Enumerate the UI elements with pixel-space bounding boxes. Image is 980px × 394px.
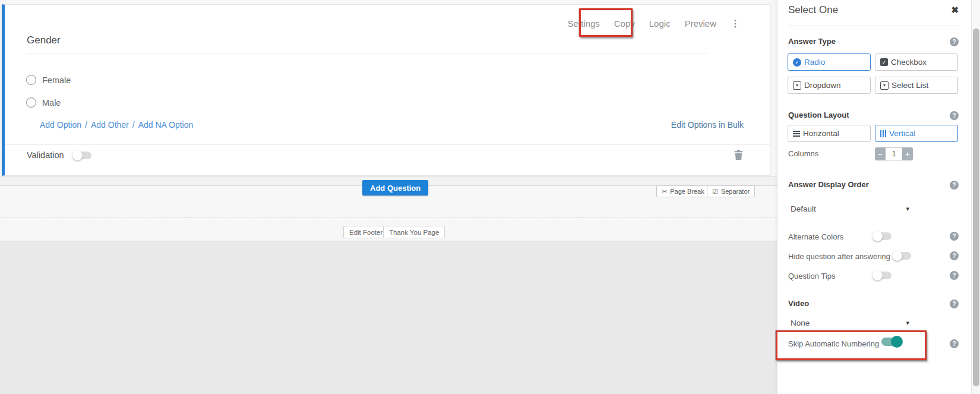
- radio-option-icon[interactable]: [26, 97, 36, 108]
- toggle-knob: [872, 231, 883, 241]
- card-section-divider: [5, 144, 770, 145]
- layout-option-label: Vertical: [889, 129, 915, 138]
- option-label[interactable]: Male: [42, 98, 61, 108]
- answer-type-option-label: Select List: [892, 81, 928, 90]
- question-title-divider: [27, 53, 707, 54]
- add-other-link[interactable]: Add Other: [91, 120, 129, 130]
- tab-settings[interactable]: Settings: [568, 18, 600, 29]
- help-icon[interactable]: ?: [950, 37, 959, 46]
- tab-logic[interactable]: Logic: [649, 18, 671, 29]
- panel-title: Select One: [788, 4, 838, 16]
- columns-increment-button[interactable]: +: [902, 147, 913, 160]
- option-label[interactable]: Female: [42, 75, 71, 85]
- validation-row: Validation: [27, 150, 91, 160]
- selected-value: None: [791, 319, 810, 327]
- horizontal-lines-icon: [793, 131, 800, 137]
- validation-toggle[interactable]: [74, 152, 91, 159]
- answer-option-row: Male: [26, 97, 61, 108]
- radio-check-icon: ✓: [793, 58, 801, 67]
- link-separator: /: [85, 120, 87, 130]
- layout-vertical[interactable]: Vertical: [875, 125, 958, 142]
- columns-decrement-button[interactable]: −: [875, 147, 886, 160]
- close-icon[interactable]: ✖: [951, 5, 959, 15]
- edit-options-in-bulk-link[interactable]: Edit Options in Bulk: [671, 120, 744, 130]
- question-settings-panel: Select One ✖ Answer Type ? ✓ Radio ✓ Che…: [777, 0, 972, 394]
- video-label: Video: [788, 299, 809, 308]
- panel-divider: [788, 26, 959, 26]
- separator-icon: ☑: [712, 188, 718, 196]
- vertical-scrollbar: [971, 0, 980, 394]
- edit-footer-button[interactable]: Edit Footer: [343, 226, 388, 238]
- columns-stepper: − +: [875, 147, 913, 160]
- toggle-knob: [872, 270, 883, 280]
- answer-type-options: ✓ Radio ✓ Checkbox ▾ Dropdown ▾ Select L…: [788, 53, 958, 94]
- alternate-colors-label: Alternate Colors: [788, 232, 843, 241]
- answer-type-checkbox[interactable]: ✓ Checkbox: [875, 53, 958, 71]
- vertical-bars-icon: [880, 130, 886, 137]
- add-option-link[interactable]: Add Option: [40, 120, 81, 130]
- help-icon[interactable]: ?: [950, 339, 959, 348]
- question-title[interactable]: Gender: [27, 34, 61, 46]
- columns-label: Columns: [788, 149, 818, 158]
- tab-preview[interactable]: Preview: [685, 18, 716, 29]
- answer-display-order-select[interactable]: Default ▾: [791, 204, 909, 213]
- option-links: Add Option / Add Other / Add NA Option: [40, 120, 193, 130]
- caret-down-icon: ▾: [906, 319, 909, 327]
- hide-question-toggle[interactable]: [893, 252, 911, 260]
- help-icon[interactable]: ?: [950, 111, 959, 120]
- video-select[interactable]: None ▾: [791, 319, 909, 327]
- caret-down-icon: ▾: [906, 205, 909, 213]
- columns-input[interactable]: [886, 147, 902, 160]
- separator-button[interactable]: ☑ Separator: [707, 185, 755, 197]
- skip-automatic-numbering-label: Skip Automatic Numbering: [788, 339, 879, 348]
- help-icon[interactable]: ?: [950, 271, 959, 280]
- answer-type-select-list[interactable]: ▾ Select List: [875, 77, 958, 94]
- link-separator: /: [132, 120, 135, 130]
- question-tips-label: Question Tips: [788, 272, 836, 280]
- checkbox-check-icon: ✓: [880, 58, 888, 66]
- thank-you-page-button[interactable]: Thank You Page: [383, 226, 445, 238]
- radio-option-icon[interactable]: [26, 75, 36, 85]
- answer-type-option-label: Dropdown: [804, 81, 841, 90]
- page-break-label: Page Break: [670, 188, 704, 195]
- validation-label: Validation: [27, 150, 64, 160]
- help-icon[interactable]: ?: [950, 181, 959, 190]
- select-list-box-icon: ▾: [880, 81, 889, 90]
- question-layout-label: Question Layout: [788, 111, 849, 119]
- more-options-icon[interactable]: ⋮: [731, 18, 740, 29]
- answer-option-row: Female: [26, 75, 71, 85]
- question-tips-toggle[interactable]: [874, 272, 892, 279]
- dropdown-box-icon: ▾: [793, 81, 801, 90]
- page-break-icon: ✂: [662, 188, 667, 196]
- selected-value: Default: [791, 204, 816, 213]
- toggle-knob: [892, 251, 902, 261]
- survey-builder-screen: Settings Copy Logic Preview ⋮ Gender Fem…: [0, 0, 980, 394]
- answer-type-option-label: Checkbox: [891, 58, 927, 67]
- alternate-colors-toggle[interactable]: [874, 232, 892, 240]
- page-break-button[interactable]: ✂ Page Break: [656, 185, 710, 197]
- layout-option-label: Horizontal: [803, 129, 839, 138]
- question-layout-options: Horizontal Vertical: [788, 125, 958, 142]
- hide-question-label: Hide question after answering: [788, 252, 890, 261]
- question-card-toolbar: Settings Copy Logic Preview ⋮: [568, 18, 740, 29]
- add-question-button[interactable]: Add Question: [362, 180, 428, 196]
- question-card: Settings Copy Logic Preview ⋮ Gender Fem…: [2, 4, 770, 176]
- scrollbar-thumb[interactable]: [973, 29, 979, 386]
- layout-horizontal[interactable]: Horizontal: [788, 125, 871, 142]
- skip-automatic-numbering-toggle[interactable]: [881, 338, 902, 346]
- help-icon[interactable]: ?: [950, 300, 959, 308]
- help-icon[interactable]: ?: [950, 232, 959, 241]
- answer-type-option-label: Radio: [804, 58, 825, 67]
- answer-type-dropdown[interactable]: ▾ Dropdown: [788, 77, 871, 94]
- footer-dashed-divider: [0, 218, 777, 218]
- toggle-knob: [891, 336, 903, 348]
- add-na-option-link[interactable]: Add NA Option: [138, 120, 194, 130]
- answer-type-label: Answer Type: [788, 37, 836, 46]
- delete-question-icon[interactable]: [733, 149, 744, 161]
- tab-copy[interactable]: Copy: [614, 18, 635, 29]
- toggle-knob: [72, 150, 83, 160]
- help-icon[interactable]: ?: [950, 251, 959, 260]
- separator-label: Separator: [721, 188, 750, 195]
- trash-icon: [734, 149, 744, 160]
- answer-type-radio[interactable]: ✓ Radio: [788, 53, 871, 71]
